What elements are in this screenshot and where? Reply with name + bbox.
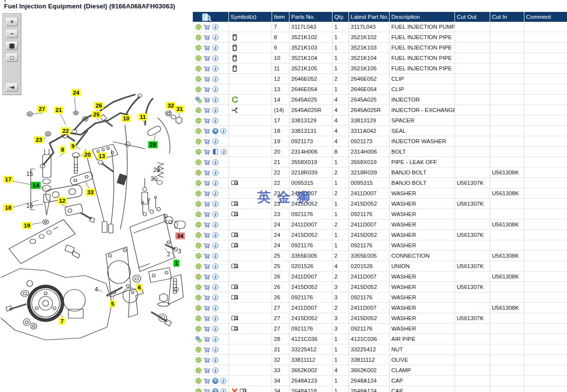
view-book-icon[interactable]	[231, 325, 238, 333]
table-row[interactable]: i73117L04313117L043FUEL INJECTION PUMP G	[193, 22, 567, 32]
s-badge-icon[interactable]: S	[212, 128, 219, 134]
view-book-icon[interactable]	[231, 179, 238, 187]
info-icon[interactable]: i	[212, 315, 219, 322]
cart-icon[interactable]	[203, 55, 211, 62]
table-row[interactable]: i272411D00722411D007WASHERU561308K	[193, 303, 567, 313]
table-row[interactable]: i93521K10313521K103FUEL INJECTION PIPE	[193, 43, 567, 53]
cart-icon[interactable]	[203, 34, 211, 41]
info-icon[interactable]: i	[212, 169, 219, 176]
cart-icon[interactable]	[203, 283, 211, 291]
table-row[interactable]: i242415D05212415D052WASHERU561307K	[193, 230, 567, 240]
book-icon[interactable]	[212, 148, 219, 156]
info-icon[interactable]: i	[212, 107, 219, 113]
info-icon[interactable]: i	[212, 367, 219, 374]
view-book-icon[interactable]	[231, 294, 238, 301]
gear-icon[interactable]	[195, 159, 202, 166]
info-icon[interactable]: i	[212, 117, 219, 124]
diagram-label-21[interactable]: 21	[54, 107, 63, 113]
gear-icon[interactable]	[195, 190, 202, 197]
diagram-label-12[interactable]: 12	[57, 197, 67, 204]
diagram-label-17[interactable]: 17	[3, 176, 13, 183]
exchange-arrow-icon[interactable]	[231, 107, 238, 114]
info-icon[interactable]: i	[212, 97, 219, 103]
cart-icon[interactable]	[203, 96, 211, 104]
table-row[interactable]: i232411D00722411D007WASHERU561308K	[193, 188, 567, 199]
cart-icon[interactable]	[203, 75, 211, 83]
gear-icon[interactable]	[195, 55, 202, 62]
cart-icon[interactable]	[203, 336, 211, 343]
diagram-label-23[interactable]: 23	[34, 136, 44, 143]
cart-icon[interactable]	[203, 23, 211, 31]
cart-icon[interactable]	[203, 179, 211, 187]
cart-icon[interactable]	[203, 388, 211, 392]
table-row[interactable]: i242411D00722411D007WASHERU561308K	[193, 220, 567, 230]
diagram-label-1[interactable]: 1	[173, 260, 179, 267]
diagram-label-10[interactable]: 10	[121, 115, 131, 122]
gear-icon[interactable]	[195, 325, 202, 333]
diagram-label-25[interactable]: 25	[92, 111, 101, 118]
info-icon[interactable]: i	[212, 159, 219, 166]
cart-icon[interactable]	[203, 200, 211, 208]
gear-icon[interactable]	[195, 263, 202, 270]
cart-icon[interactable]	[203, 346, 211, 353]
info-icon[interactable]: i	[212, 263, 219, 270]
table-row[interactable]: i23092117610921176WASHER	[193, 209, 567, 220]
book-magnifier-icon[interactable]	[201, 13, 212, 21]
diagram-label-28[interactable]: 28	[148, 141, 158, 148]
view-book-icon[interactable]	[231, 242, 238, 249]
cart-icon[interactable]	[203, 127, 211, 135]
cart-icon[interactable]	[203, 221, 211, 228]
diagram-label-34[interactable]: 34	[175, 232, 185, 239]
cart-icon[interactable]	[203, 273, 211, 280]
table-row[interactable]: i132646E05412646E054CLIP	[193, 84, 567, 95]
info-icon[interactable]: i	[212, 65, 219, 72]
gear-icon[interactable]	[195, 148, 202, 156]
diagram-label-19[interactable]: 19	[22, 222, 32, 229]
table-row[interactable]: i142645A02542645A025INJECTOR	[193, 95, 567, 105]
view-book-icon[interactable]	[239, 388, 247, 392]
info-icon[interactable]: i	[220, 128, 227, 134]
table-row[interactable]: i232415D05212415D052WASHERU561307K	[193, 199, 567, 209]
table-row[interactable]: i3233811112133811112OLIVE	[193, 355, 567, 365]
gear-icon[interactable]	[195, 169, 202, 176]
gear-icon[interactable]	[195, 44, 202, 52]
gear-icon[interactable]	[195, 86, 202, 93]
view-book-icon[interactable]	[231, 315, 238, 322]
table-row[interactable]: i103521K10413521K104FUEL INJECTION PIPE	[193, 53, 567, 63]
cart-icon[interactable]	[203, 294, 211, 301]
info-icon[interactable]: i	[212, 242, 219, 249]
dual-gear-icon[interactable]	[195, 336, 202, 343]
gear-icon[interactable]	[195, 117, 202, 124]
table-row[interactable]: i27092117630921176WASHER	[193, 324, 567, 334]
gear-icon[interactable]	[195, 75, 202, 83]
info-icon[interactable]: i	[212, 45, 219, 51]
info-icon[interactable]: i	[212, 294, 219, 301]
info-icon[interactable]: i	[212, 76, 219, 82]
cart-icon[interactable]	[203, 242, 211, 249]
view-book-icon[interactable]	[231, 211, 238, 218]
cart-icon[interactable]	[203, 231, 211, 239]
info-icon[interactable]: i	[212, 274, 219, 280]
table-row[interactable]: i122646E05222646E052CLIP	[193, 74, 567, 84]
cart-icon[interactable]	[203, 325, 211, 333]
info-icon[interactable]: i	[212, 24, 219, 30]
gear-icon[interactable]	[195, 356, 202, 364]
gear-icon[interactable]	[195, 179, 202, 187]
gear-icon[interactable]	[195, 138, 202, 145]
cart-icon[interactable]	[203, 65, 211, 72]
gear-icon[interactable]	[195, 65, 202, 72]
gear-icon[interactable]	[195, 23, 202, 31]
info-icon[interactable]: i	[212, 305, 219, 311]
table-row[interactable]: i262415D05232415D052WASHERU561307K	[193, 282, 567, 292]
gear-icon[interactable]	[195, 346, 202, 353]
cart-icon[interactable]	[203, 263, 211, 270]
cylinder-icon[interactable]	[231, 34, 238, 41]
diagram-label-27[interactable]: 27	[37, 106, 47, 112]
gear-icon[interactable]	[195, 283, 202, 291]
diagram-label-7[interactable]: 7	[59, 318, 65, 325]
info-icon[interactable]: i	[212, 346, 219, 353]
info-icon[interactable]: i	[221, 149, 227, 155]
table-row[interactable]: i83521K10213521K102FUEL INJECTION PIPE	[193, 32, 567, 43]
diagram-label-24[interactable]: 24	[71, 89, 81, 96]
info-icon[interactable]: i	[212, 357, 219, 363]
